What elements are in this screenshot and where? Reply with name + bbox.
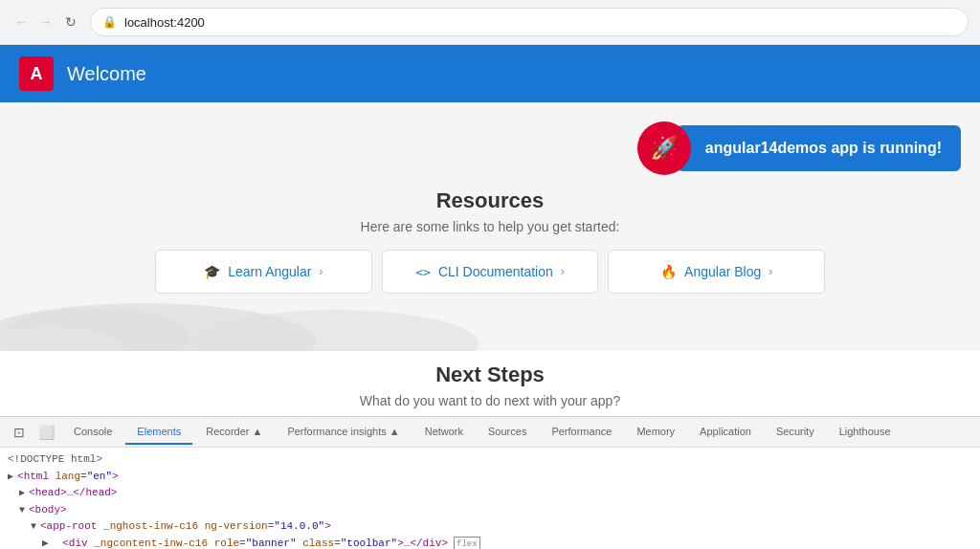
dt-head: ▶ <head>…</head> (8, 485, 972, 502)
dt-toolbar-text: <div _ngcontent-inw-c16 role="banner" cl… (56, 536, 448, 549)
browser-toolbar: ← → ↻ 🔒 (0, 0, 980, 44)
app-title: Welcome (67, 63, 146, 85)
dt-doctype-text: <!DOCTYPE html> (8, 451, 102, 469)
dt-body: ▼ <body> (8, 502, 972, 519)
tab-lighthouse[interactable]: Lighthouse (828, 420, 902, 445)
tab-security[interactable]: Security (765, 420, 826, 445)
learn-label: Learn Angular (228, 264, 311, 279)
browser-chrome: ← → ↻ 🔒 (0, 0, 980, 45)
forward-button[interactable]: → (36, 12, 56, 32)
learn-icon: 🎓 (204, 264, 220, 279)
running-text: angular14demos app is running! (677, 125, 961, 171)
devtools-cursor-icon[interactable]: ⊡ (8, 421, 31, 444)
dt-head-arrow[interactable]: ▶ (19, 486, 25, 501)
dt-body-arrow[interactable]: ▼ (19, 503, 25, 518)
resources-section: Resources Here are some links to help yo… (155, 188, 825, 294)
dt-toolbar-div: ▶ <div _ngcontent-inw-c16 role="banner" … (8, 536, 972, 549)
lock-icon: 🔒 (102, 15, 117, 29)
resources-subtitle: Here are some links to help you get star… (155, 219, 825, 234)
devtools-content: <!DOCTYPE html> ▶ <html lang="en"> ▶ <he… (0, 448, 980, 549)
rocket-icon: 🚀 (650, 135, 679, 162)
dt-toolbar-dot: ▶ (42, 536, 49, 549)
tab-application[interactable]: Application (688, 420, 763, 445)
tab-sources[interactable]: Sources (477, 420, 538, 445)
address-bar[interactable]: 🔒 (90, 8, 969, 36)
dt-doctype: <!DOCTYPE html> (8, 451, 972, 469)
main-content: 🚀 angular14demos app is running! Resourc… (0, 102, 980, 351)
dt-html-arrow[interactable]: ▶ (8, 470, 13, 485)
cli-icon: <> (415, 265, 431, 279)
blog-icon: 🔥 (660, 264, 677, 279)
angular-logo: A (19, 56, 54, 91)
tab-performance[interactable]: Performance (540, 420, 623, 445)
tab-performance-insights[interactable]: Performance insights ▲ (276, 420, 411, 445)
blog-chevron: › (768, 265, 772, 278)
tab-network[interactable]: Network (413, 420, 475, 445)
url-input[interactable] (124, 15, 956, 30)
tab-console[interactable]: Console (62, 420, 123, 445)
learn-chevron: › (319, 265, 323, 278)
dt-html-text: <html lang="en"> (17, 469, 119, 486)
dt-toolbar-flex-badge: flex (454, 537, 480, 549)
tab-elements[interactable]: Elements (125, 420, 192, 445)
blog-label: Angular Blog (684, 264, 761, 279)
cli-chevron: › (561, 265, 565, 278)
tab-memory[interactable]: Memory (625, 420, 686, 445)
rocket-circle: 🚀 (637, 121, 691, 175)
next-steps-subtitle: What do you want to do next with your ap… (0, 393, 980, 408)
running-banner: 🚀 angular14demos app is running! (637, 121, 961, 175)
cli-label: CLI Documentation (438, 264, 553, 279)
reload-button[interactable]: ↻ (61, 12, 80, 32)
next-steps-section: Next Steps What do you want to do next w… (0, 351, 980, 416)
devtools-panel: ⊡ ⬜ Console Elements Recorder ▲ Performa… (0, 416, 980, 549)
dt-approot: ▼ <app-root _nghost-inw-c16 ng-version="… (8, 518, 972, 536)
dt-html: ▶ <html lang="en"> (8, 469, 972, 486)
dt-head-text: <head>…</head> (29, 485, 117, 502)
dt-approot-arrow[interactable]: ▼ (31, 519, 36, 535)
dt-approot-text: <app-root _nghost-inw-c16 ng-version="14… (40, 518, 331, 536)
angular-header: A Welcome (0, 45, 980, 102)
back-button[interactable]: ← (11, 12, 31, 32)
nav-buttons: ← → ↻ (11, 12, 80, 32)
dt-body-text: <body> (29, 502, 67, 519)
devtools-mobile-icon[interactable]: ⬜ (33, 421, 60, 444)
tab-recorder[interactable]: Recorder ▲ (194, 420, 274, 445)
cloud-decoration (0, 284, 980, 351)
app-wrapper: A Welcome 🚀 angular14demos app is runnin… (0, 45, 980, 416)
next-steps-title: Next Steps (0, 362, 980, 387)
resources-title: Resources (155, 188, 825, 213)
devtools-tabs: ⊡ ⬜ Console Elements Recorder ▲ Performa… (0, 417, 980, 448)
